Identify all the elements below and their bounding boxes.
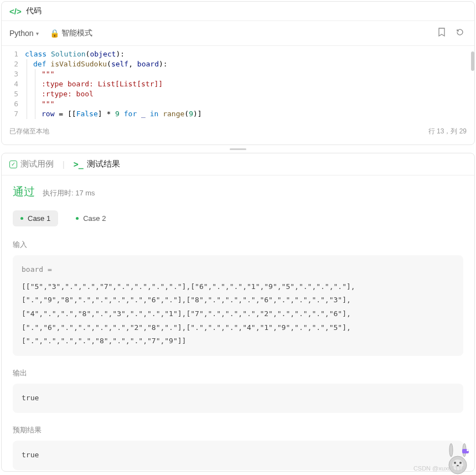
input-value: [["5","3",".",".","7",".",".",".","."],[… (22, 282, 355, 345)
result-body: 通过 执行用时: 17 ms Case 1Case 2 输入 board = [… (2, 175, 474, 471)
code-editor[interactable]: 1234567 class Solution(object):def isVal… (2, 46, 474, 122)
code-icon: </> (9, 7, 22, 16)
editor-scrollbar-thumb[interactable] (471, 51, 474, 71)
runtime-label: 执行用时: 17 ms (43, 188, 95, 198)
case-label: Case 1 (28, 214, 50, 223)
case-tab[interactable]: Case 1 (13, 210, 58, 226)
code-toolbar: Python ▾ 🔒 智能模式 (2, 21, 474, 46)
code-content[interactable]: class Solution(object):def isValidSudoku… (25, 49, 474, 119)
status-dot-icon (20, 217, 23, 220)
check-icon: ✓ (9, 161, 17, 168)
mode-label: 智能模式 (61, 28, 92, 38)
results-panel: ✓ 测试用例 | >_ 测试结果 通过 执行用时: 17 ms Case 1Ca… (1, 153, 475, 472)
tab-testcase[interactable]: ✓ 测试用例 (9, 159, 54, 169)
bookmark-icon[interactable] (436, 25, 448, 41)
language-selector[interactable]: Python ▾ (9, 29, 39, 38)
terminal-icon: >_ (74, 159, 84, 169)
status-dot-icon (76, 217, 79, 220)
input-varname: board = (22, 263, 454, 277)
tab-testcase-label: 测试用例 (20, 159, 54, 169)
tab-testresult[interactable]: >_ 测试结果 (74, 159, 120, 169)
expected-section-label: 预期结果 (13, 425, 463, 435)
case-tabs: Case 1Case 2 (13, 210, 463, 226)
tab-separator: | (63, 160, 65, 169)
language-label: Python (9, 29, 34, 38)
output-section-label: 输出 (13, 368, 463, 378)
expected-value: true (22, 451, 39, 459)
tab-testresult-label: 测试结果 (87, 159, 120, 169)
input-block[interactable]: board = [["5","3",".",".","7",".",".",".… (13, 255, 463, 356)
result-tabs: ✓ 测试用例 | >_ 测试结果 (2, 153, 474, 175)
line-gutter: 1234567 (2, 49, 25, 119)
verdict-label: 通过 (13, 184, 35, 199)
output-value: true (22, 394, 39, 402)
input-section-label: 输入 (13, 240, 463, 250)
code-panel-title: 代码 (26, 6, 42, 16)
case-tab[interactable]: Case 2 (68, 210, 113, 226)
mode-indicator[interactable]: 🔒 智能模式 (50, 28, 92, 38)
case-label: Case 2 (83, 214, 106, 223)
reset-icon[interactable] (453, 25, 467, 41)
expected-block[interactable]: true (13, 441, 463, 470)
vertical-split-handle[interactable] (0, 146, 476, 152)
output-block[interactable]: true (13, 384, 463, 413)
code-panel: </> 代码 Python ▾ 🔒 智能模式 1234567 class Sol… (1, 1, 475, 145)
save-status: 已存储至本地 (9, 127, 49, 136)
chevron-down-icon: ▾ (36, 30, 39, 37)
cursor-position: 行 13，列 29 (428, 127, 467, 136)
verdict-row: 通过 执行用时: 17 ms (13, 184, 463, 199)
code-statusbar: 已存储至本地 行 13，列 29 (2, 122, 474, 141)
code-panel-header: </> 代码 (2, 2, 474, 21)
lock-icon: 🔒 (50, 29, 59, 38)
